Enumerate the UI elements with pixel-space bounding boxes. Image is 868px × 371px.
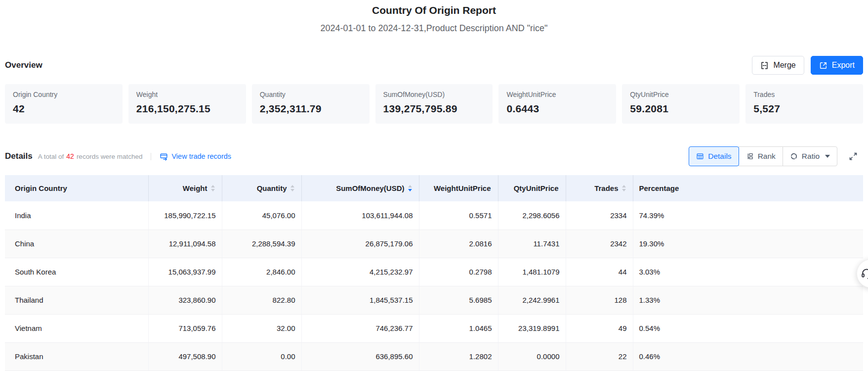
tab-rank[interactable]: Rank (739, 146, 783, 166)
stat-card-value: 216,150,275.15 (136, 103, 238, 115)
table-cell: 636,895.60 (301, 342, 419, 371)
stat-card-label: Weight (136, 91, 238, 98)
overview-header-row: Overview Merge (0, 56, 868, 75)
stat-card-value: 2,352,311.79 (260, 103, 362, 115)
merge-icon (760, 61, 769, 70)
page-title: Country Of Origin Report (0, 0, 868, 16)
stat-card-value: 42 (13, 103, 115, 115)
tab-details[interactable]: Details (689, 146, 739, 166)
stat-card-weight-unit-price: WeightUnitPrice 0.6443 (498, 84, 616, 124)
table-cell: 713,059.76 (148, 314, 222, 342)
stat-card-label: WeightUnitPrice (506, 91, 608, 98)
merge-button-label: Merge (773, 61, 795, 70)
toolbar: Merge Export (752, 56, 863, 75)
table-cell: China (5, 230, 148, 258)
report-subtitle: 2024-01-01 to 2024-12-31,Product Descrip… (0, 23, 868, 34)
column-header-qty-unit-price: QtyUnitPrice (498, 175, 566, 201)
export-button[interactable]: Export (811, 56, 863, 75)
table-row: South Korea15,063,937.992,846.004,215,23… (5, 258, 863, 286)
table-cell: 0.00 (222, 342, 301, 371)
column-label: Trades (594, 184, 618, 192)
country-of-origin-report-page: Country Of Origin Report 2024-01-01 to 2… (0, 0, 868, 371)
export-icon (819, 61, 827, 70)
table-cell: 0.2798 (419, 258, 498, 286)
table-cell: Pakistan (5, 342, 148, 371)
vertical-divider (151, 153, 151, 160)
export-button-label: Export (832, 61, 855, 70)
column-header-origin-country: Origin Country (5, 175, 148, 201)
table-cell: 5.6985 (419, 286, 498, 314)
stat-card-label: Quantity (260, 91, 362, 98)
table-cell: South Korea (5, 258, 148, 286)
table-cell: 1.0465 (419, 314, 498, 342)
table-cell: 2334 (566, 201, 633, 230)
caret-up-icon (290, 185, 294, 187)
column-header-sum-of-money[interactable]: SumOfMoney(USD) (301, 175, 419, 201)
table-cell: 45,076.00 (222, 201, 301, 230)
rank-icon (746, 152, 754, 160)
column-header-trades[interactable]: Trades (566, 175, 633, 201)
column-label: Weight (183, 184, 207, 192)
table-cell: 746,236.77 (301, 314, 419, 342)
column-header-weight-unit-price: WeightUnitPrice (419, 175, 498, 201)
table-cell: 11.7431 (498, 230, 566, 258)
details-header-row: Details A total of 42 records were match… (0, 146, 868, 167)
table-row: Pakistan497,508.900.00636,895.601.28020.… (5, 342, 863, 371)
view-trade-records-link[interactable]: View trade records (160, 152, 231, 161)
table-cell: 1,481.1079 (498, 258, 566, 286)
table-cell: 2,288,594.39 (222, 230, 301, 258)
stat-card-value: 0.6443 (506, 103, 608, 115)
table-cell: 0.5571 (419, 201, 498, 230)
caret-down-icon-active (408, 189, 412, 191)
table-cell: 74.39% (633, 201, 863, 230)
table-grid-icon (696, 152, 704, 160)
table-cell: 26,875,179.06 (301, 230, 419, 258)
trade-records-icon (160, 152, 168, 161)
overview-heading: Overview (5, 60, 42, 70)
table-cell: 0.46% (633, 342, 863, 371)
column-label: QtyUnitPrice (514, 184, 559, 192)
view-switcher: Details Rank (689, 146, 837, 166)
table-cell: 2,846.00 (222, 258, 301, 286)
table-cell: 0.54% (633, 314, 863, 342)
column-label: Origin Country (15, 184, 67, 192)
column-header-quantity[interactable]: Quantity (222, 175, 301, 201)
overview-cards: Origin Country 42 Weight 216,150,275.15 … (0, 84, 868, 124)
table-cell: 44 (566, 258, 633, 286)
table-cell: India (5, 201, 148, 230)
fullscreen-button[interactable] (847, 150, 859, 162)
stat-card-label: SumOfMoney(USD) (383, 91, 485, 98)
sort-control-sum-of-money[interactable] (408, 185, 412, 191)
stat-card-quantity: Quantity 2,352,311.79 (252, 84, 370, 124)
match-count: 42 (64, 152, 77, 160)
table-cell: 2,298.6056 (498, 201, 566, 230)
table-cell: 12,911,094.58 (148, 230, 222, 258)
table-cell: Vietnam (5, 314, 148, 342)
table-cell: 822.80 (222, 286, 301, 314)
stat-card-qty-unit-price: QtyUnitPrice 59.2081 (622, 84, 740, 124)
table-cell: 4,215,232.97 (301, 258, 419, 286)
details-summary: Details A total of 42 records were match… (5, 151, 231, 161)
sort-control-weight[interactable] (211, 185, 215, 191)
caret-down-icon (290, 189, 294, 191)
tab-ratio[interactable]: Ratio (783, 146, 837, 166)
stat-card-value: 59.2081 (630, 103, 732, 115)
sort-control-trades[interactable] (622, 185, 626, 191)
table-cell: 2342 (566, 230, 633, 258)
stat-card-trades: Trades 5,527 (745, 84, 863, 124)
match-total-prefix: A total of (38, 153, 64, 160)
column-header-weight[interactable]: Weight (148, 175, 222, 201)
column-header-percentage: Percentage (633, 175, 863, 201)
stat-card-label: Trades (753, 91, 855, 98)
table-body: India185,990,722.1545,076.00103,611,944.… (5, 201, 863, 371)
sort-control-quantity[interactable] (290, 185, 294, 191)
origin-country-table: Origin Country Weight Quantity SumOfMone… (5, 175, 863, 371)
stat-card-origin-country: Origin Country 42 (5, 84, 123, 124)
table-cell: 2.0816 (419, 230, 498, 258)
caret-up-icon (408, 185, 412, 187)
stat-card-sum-of-money: SumOfMoney(USD) 139,275,795.89 (375, 84, 493, 124)
column-label: WeightUnitPrice (434, 184, 491, 192)
merge-button[interactable]: Merge (752, 56, 804, 75)
caret-up-icon (211, 185, 215, 187)
column-label: Quantity (257, 184, 287, 192)
